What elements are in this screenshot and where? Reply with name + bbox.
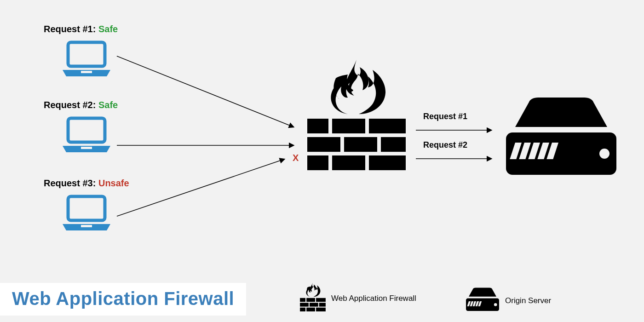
svg-rect-3 [81,147,92,149]
legend-waf: Web Application Firewall [299,282,416,315]
svg-rect-0 [68,42,105,66]
pass-req2-label: Request #2 [423,140,467,150]
svg-point-26 [599,149,610,159]
arrow-waf-to-server-1 [414,123,497,137]
legend-firewall-icon [299,282,327,315]
legend-origin-label: Origin Server [505,296,551,305]
laptop-3-icon [59,194,114,237]
svg-rect-15 [307,155,328,170]
svg-rect-31 [310,303,318,306]
legend-server-icon [465,287,500,315]
blocked-marker: X [293,153,299,163]
svg-rect-5 [81,225,92,227]
title-banner: Web Application Firewall [0,283,246,316]
request-1-label: Request #1: Safe [44,24,118,34]
request-2-prefix: Request #2: [44,100,98,110]
svg-line-8 [117,159,284,216]
diagram-title: Web Application Firewall [12,288,234,309]
arrow-req2-to-waf [115,138,299,152]
request-2-label: Request #2: Safe [44,100,118,110]
svg-line-6 [117,56,293,127]
svg-rect-27 [300,298,305,302]
svg-rect-4 [68,196,105,220]
legend-waf-label: Web Application Firewall [331,294,416,303]
svg-rect-33 [300,308,305,311]
svg-rect-11 [369,119,406,133]
arrow-req3-to-waf [115,152,290,221]
svg-rect-14 [381,137,406,152]
arrow-req1-to-waf [115,54,299,132]
request-1-prefix: Request #1: [44,24,98,34]
svg-point-42 [494,303,497,306]
request-1-status: Safe [98,24,118,34]
svg-rect-2 [68,118,105,142]
svg-rect-34 [306,308,315,311]
firewall-icon [304,60,409,177]
svg-rect-29 [316,298,326,302]
svg-rect-10 [332,119,365,133]
svg-rect-16 [332,155,365,170]
svg-rect-30 [300,303,309,306]
legend-origin: Origin Server [465,287,551,315]
pass-req1-label: Request #1 [423,112,467,121]
svg-rect-12 [307,137,340,152]
arrow-waf-to-server-2 [414,152,497,166]
svg-rect-13 [344,137,377,152]
svg-rect-17 [369,155,406,170]
svg-rect-1 [81,71,92,73]
laptop-2-icon [59,115,114,159]
laptop-1-icon [59,40,114,83]
svg-rect-28 [306,298,315,302]
server-icon [501,97,621,181]
svg-rect-9 [307,119,328,133]
request-3-prefix: Request #3: [44,178,98,188]
svg-rect-32 [319,303,326,306]
svg-rect-35 [316,308,326,311]
